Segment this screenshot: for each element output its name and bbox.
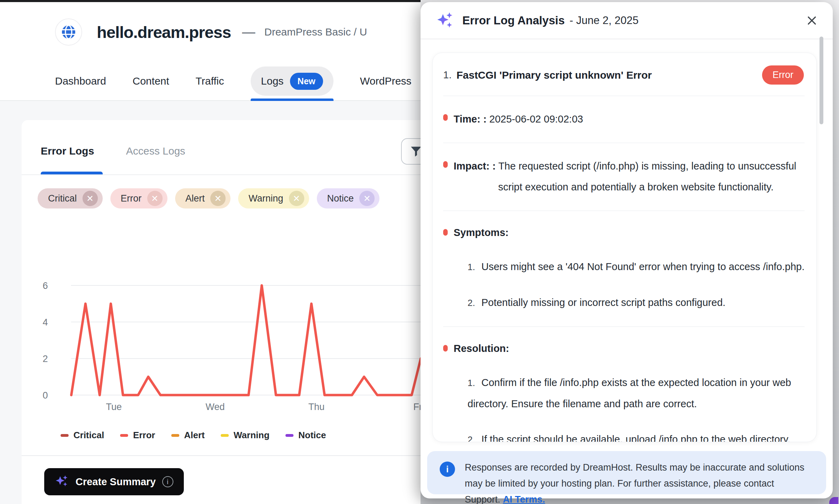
tab-error-logs[interactable]: Error Logs <box>41 145 94 157</box>
chip-label: Warning <box>249 193 283 204</box>
series-line-error <box>71 285 421 395</box>
chip-remove-icon[interactable]: ✕ <box>83 191 98 206</box>
bullet-dot <box>443 345 448 352</box>
legend-label: Critical <box>73 430 104 441</box>
globe-icon <box>61 24 77 40</box>
numbered-item: 1.Users might see a '404 Not Found' erro… <box>468 256 808 277</box>
legend-item-alert: Alert <box>171 430 205 441</box>
divider <box>443 143 805 143</box>
item-number: 2. <box>468 434 475 442</box>
divider <box>22 455 457 456</box>
y-tick-label: 0 <box>42 390 48 401</box>
chip-label: Alert <box>186 193 205 204</box>
divider <box>443 326 805 327</box>
x-tick-label: Tue <box>106 402 122 412</box>
drawer-subtitle: - June 2, 2025 <box>570 14 638 27</box>
divider <box>443 211 805 211</box>
numbered-item: 2.Potentially missing or incorrect scrip… <box>468 292 808 313</box>
analysis-sections: Time: : 2025-06-02 09:02:03Impact: : The… <box>443 109 808 442</box>
analysis-section: Resolution:1.Confirm if the file /info.p… <box>443 339 808 442</box>
legend-item-error: Error <box>120 430 155 441</box>
filter-chip-critical[interactable]: Critical✕ <box>38 188 103 208</box>
create-summary-button[interactable]: Create Summary i <box>44 468 184 495</box>
drawer-title: Error Log Analysis <box>462 14 565 27</box>
chip-remove-icon[interactable]: ✕ <box>210 191 226 206</box>
section-text: Impact: : The requested script (/info.ph… <box>454 156 805 197</box>
filter-chip-warning[interactable]: Warning✕ <box>238 188 309 208</box>
legend-swatch <box>61 434 69 437</box>
item-number: 1. <box>443 69 452 81</box>
nav-tab-logs[interactable]: LogsNew <box>251 62 334 100</box>
item-text: If the script should be available, uploa… <box>481 434 791 442</box>
bullet-dot <box>443 229 448 236</box>
analysis-section: Time: : 2025-06-02 09:02:03 <box>443 109 808 129</box>
bullet-dot <box>443 161 448 168</box>
analysis-title-row: 1. FastCGI 'Primary script unknown' Erro… <box>443 65 808 85</box>
section-text: Time: : 2025-06-02 09:02:03 <box>454 109 805 129</box>
legend-swatch <box>120 434 128 437</box>
disclaimer-banner: i Responses are recorded by DreamHost. R… <box>427 451 826 494</box>
legend-swatch <box>221 434 229 437</box>
chart-legend: CriticalErrorAlertWarningNotice <box>61 430 326 441</box>
bullet-dot <box>443 114 448 121</box>
nav-tab-dashboard[interactable]: Dashboard <box>55 62 106 100</box>
y-tick-label: 6 <box>42 281 48 291</box>
close-icon <box>806 15 817 26</box>
nav-tab-content[interactable]: Content <box>133 62 169 100</box>
analysis-section: Impact: : The requested script (/info.ph… <box>443 156 808 197</box>
error-frequency-chart: 0246TueWedThuFr <box>41 271 452 420</box>
divider <box>22 174 457 175</box>
new-badge: New <box>290 73 323 90</box>
chip-remove-icon[interactable]: ✕ <box>147 191 163 206</box>
item-number: 1. <box>468 378 475 388</box>
item-number: 2. <box>468 298 475 308</box>
x-tick-label: Wed <box>205 402 225 412</box>
analysis-section: Symptoms:1.Users might see a '404 Not Fo… <box>443 223 808 313</box>
close-button[interactable] <box>806 15 817 26</box>
title-separator: — <box>242 25 255 40</box>
legend-item-warning: Warning <box>221 430 269 441</box>
item-text: Confirm if the file /info.php exists at … <box>468 377 791 409</box>
nav-tab-traffic[interactable]: Traffic <box>196 62 224 100</box>
legend-item-critical: Critical <box>61 430 104 441</box>
page-title: hello.dream.press <box>97 23 231 42</box>
active-tab-underline <box>41 172 103 174</box>
legend-label: Warning <box>234 430 269 441</box>
ai-terms-link[interactable]: AI Terms. <box>503 494 545 504</box>
numbered-item: 2.If the script should be available, upl… <box>468 429 808 442</box>
disclaimer-text: Responses are recorded by DreamHost. Res… <box>465 459 809 494</box>
app-window: hello.dream.press — DreamPress Basic / U… <box>0 0 839 504</box>
item-text: Potentially missing or incorrect script … <box>481 297 726 308</box>
section-label: Symptoms: <box>454 223 808 242</box>
ai-sparkles-icon <box>436 11 455 30</box>
severity-badge: Error <box>762 65 804 85</box>
site-avatar <box>55 18 82 46</box>
severity-filter-chips: Critical✕Error✕Alert✕Warning✕Notice✕ <box>38 188 379 208</box>
y-tick-label: 4 <box>42 317 48 328</box>
analysis-card: 1. FastCGI 'Primary script unknown' Erro… <box>432 53 817 442</box>
filter-chip-error[interactable]: Error✕ <box>110 188 167 208</box>
filter-chip-notice[interactable]: Notice✕ <box>317 188 380 208</box>
error-title: FastCGI 'Primary script unknown' Error <box>456 69 652 81</box>
logs-card: Error Logs Access Logs Critical✕Error✕Al… <box>22 120 457 504</box>
legend-label: Error <box>133 430 155 441</box>
legend-swatch <box>171 434 179 437</box>
info-icon[interactable]: i <box>162 476 173 487</box>
filter-chip-alert[interactable]: Alert✕ <box>175 188 231 208</box>
chip-remove-icon[interactable]: ✕ <box>359 191 375 206</box>
drawer-header: Error Log Analysis - June 2, 2025 <box>421 2 833 39</box>
legend-swatch <box>285 434 293 437</box>
scrollbar-thumb[interactable] <box>820 37 823 124</box>
legend-label: Notice <box>298 430 326 441</box>
item-number: 1. <box>468 262 475 272</box>
y-tick-label: 2 <box>42 354 48 364</box>
nav-tab-wordpress[interactable]: WordPress <box>360 62 411 100</box>
active-tab-pill[interactable]: LogsNew <box>251 66 334 96</box>
info-icon: i <box>440 462 455 477</box>
error-analysis-drawer: Error Log Analysis - June 2, 2025 1. Fas… <box>421 2 833 498</box>
tab-access-logs[interactable]: Access Logs <box>126 145 185 157</box>
chip-remove-icon[interactable]: ✕ <box>289 191 304 206</box>
divider <box>443 96 805 96</box>
chat-button-corner <box>829 497 838 504</box>
ai-sparkles-icon <box>55 474 69 489</box>
